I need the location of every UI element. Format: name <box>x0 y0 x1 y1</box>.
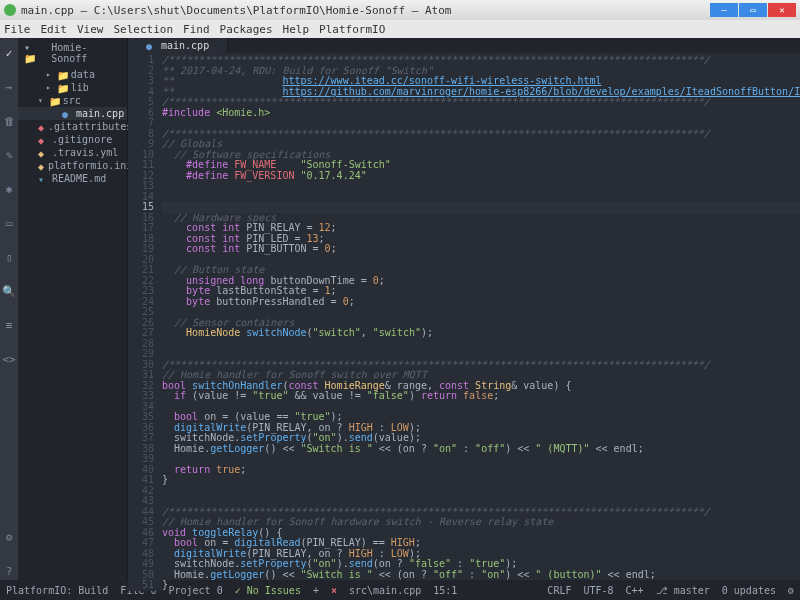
tab-main-cpp[interactable]: ● main.cpp <box>128 38 228 53</box>
help-icon[interactable]: ? <box>0 562 18 580</box>
md-icon: ▾ <box>38 174 48 184</box>
folder-icon: 📁 <box>57 83 67 93</box>
maximize-button[interactable]: ▭ <box>739 3 767 17</box>
window-title: main.cpp — C:\Users\shut\Documents\Platf… <box>21 4 710 17</box>
settings-icon[interactable]: ⚙ <box>0 528 18 546</box>
tree-item-label: .gitignore <box>52 134 112 145</box>
tab-label: main.cpp <box>161 40 209 51</box>
yml-icon: ◆ <box>38 148 48 158</box>
tab-bar: ● main.cpp <box>128 38 800 53</box>
tree-item-label: main.cpp <box>76 108 124 119</box>
git-icon: ◆ <box>38 122 44 132</box>
menu-bar: File Edit View Selection Find Packages H… <box>0 20 800 38</box>
tree-item-label: README.md <box>52 173 106 184</box>
tree-item-label: .gitattributes <box>48 121 132 132</box>
menu-find[interactable]: Find <box>183 23 210 36</box>
menu-view[interactable]: View <box>77 23 104 36</box>
tree-item-data[interactable]: 📁data <box>18 68 127 81</box>
menu-platformio[interactable]: PlatformIO <box>319 23 385 36</box>
tree-item-label: src <box>63 95 81 106</box>
doc-icon[interactable]: ▭ <box>0 214 18 232</box>
menu-file[interactable]: File <box>4 23 31 36</box>
tree-item-platformio-ini[interactable]: ◆platformio.ini <box>18 159 127 172</box>
tree-item-lib[interactable]: 📁lib <box>18 81 127 94</box>
tree-item-label: lib <box>71 82 89 93</box>
project-header[interactable]: ▾ 📁Homie-Sonoff <box>18 38 127 68</box>
tree-item-main-cpp[interactable]: ●main.cpp <box>18 107 127 120</box>
minimize-button[interactable]: — <box>710 3 738 17</box>
serial-icon[interactable]: ≡ <box>0 316 18 334</box>
trash-icon[interactable]: 🗑 <box>0 112 18 130</box>
file-tree-sidebar: ▾ 📁Homie-Sonoff 📁data📁lib📁src●main.cpp◆.… <box>18 38 128 580</box>
tree-item-label: platformio.ini <box>48 160 132 171</box>
arrow-icon[interactable]: → <box>0 78 18 96</box>
menu-edit[interactable]: Edit <box>41 23 68 36</box>
bug-icon[interactable]: ✱ <box>0 180 18 198</box>
folder-icon: 📁 <box>57 70 67 80</box>
tree-item--gitignore[interactable]: ◆.gitignore <box>18 133 127 146</box>
yml-icon: ◆ <box>38 161 44 171</box>
check-icon[interactable]: ✓ <box>0 44 18 62</box>
window-titlebar: main.cpp — C:\Users\shut\Documents\Platf… <box>0 0 800 20</box>
sb-build[interactable]: PlatformIO: Build <box>6 585 108 596</box>
tree-item-label: .travis.yml <box>52 147 118 158</box>
tree-item--gitattributes[interactable]: ◆.gitattributes <box>18 120 127 133</box>
line-gutter: 1234567891011121314151617181920212223242… <box>128 53 162 591</box>
editor-area: ● main.cpp 12345678910111213141516171819… <box>128 38 800 580</box>
activity-bar: ✓ → 🗑 ✎ ✱ ▭ ▯ 🔍 ≡ <> ⚙ ? <box>0 38 18 580</box>
cpp-icon: ● <box>62 109 72 119</box>
app-icon <box>4 4 16 16</box>
tree-item-README-md[interactable]: ▾README.md <box>18 172 127 185</box>
code-icon[interactable]: <> <box>0 350 18 368</box>
edit-icon[interactable]: ✎ <box>0 146 18 164</box>
search-icon[interactable]: 🔍 <box>0 282 18 300</box>
code-editor[interactable]: 1234567891011121314151617181920212223242… <box>128 53 800 591</box>
workspace: ✓ → 🗑 ✎ ✱ ▭ ▯ 🔍 ≡ <> ⚙ ? ▾ 📁Homie-Sonoff… <box>0 38 800 580</box>
close-button[interactable]: ✕ <box>768 3 796 17</box>
tree-item-src[interactable]: 📁src <box>18 94 127 107</box>
menu-selection[interactable]: Selection <box>114 23 174 36</box>
tree-item-label: data <box>71 69 95 80</box>
cpp-icon: ● <box>146 41 156 51</box>
menu-packages[interactable]: Packages <box>220 23 273 36</box>
window-controls: — ▭ ✕ <box>710 3 796 17</box>
file-tree: 📁data📁lib📁src●main.cpp◆.gitattributes◆.g… <box>18 68 127 185</box>
folder-icon: 📁 <box>49 96 59 106</box>
tree-item--travis-yml[interactable]: ◆.travis.yml <box>18 146 127 159</box>
git-icon: ◆ <box>38 135 48 145</box>
menu-help[interactable]: Help <box>283 23 310 36</box>
folder-icon[interactable]: ▯ <box>0 248 18 266</box>
code-content[interactable]: /***************************************… <box>162 53 800 591</box>
